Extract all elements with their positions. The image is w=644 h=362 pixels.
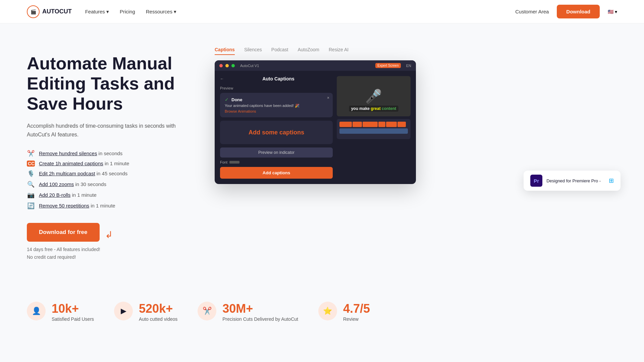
stat-videos-label: Auto cutted videos xyxy=(139,316,177,322)
nav-right: Customer Area Download 🇺🇸 ▾ xyxy=(515,5,617,18)
tab-autozoom[interactable]: AutoZoom xyxy=(298,47,319,55)
hero-right: Captions Silences Podcast AutoZoom Resiz… xyxy=(215,47,617,184)
dot-green xyxy=(231,64,235,67)
feature-link-brolls[interactable]: Add 20 B-rolls xyxy=(39,192,70,198)
font-row: Font xyxy=(220,160,333,164)
list-item: ✂️ Remove hundred silences in seconds xyxy=(27,150,195,157)
done-title: Done xyxy=(231,97,243,102)
stats-section: 👤 10k+ Satisfied Paid Users ▶ 520k+ Auto… xyxy=(0,282,644,335)
logo[interactable]: 🎬 AUTOCUT xyxy=(27,5,72,18)
badge-text: Designed for Premiere Pro - xyxy=(546,178,601,183)
list-item: CC Create 1h animated captions in 1 minu… xyxy=(27,161,195,167)
stat-users-label: Satisfied Paid Users xyxy=(52,316,94,322)
list-item: 🎙️ Edit 2h multicam podcast in 45 second… xyxy=(27,170,195,177)
dot-yellow xyxy=(225,64,229,67)
feature-link-podcast[interactable]: Edit 2h multicam podcast xyxy=(39,171,95,176)
cta-note-2: No credit card required! xyxy=(27,253,195,261)
track-block xyxy=(386,122,397,127)
stat-users-icon: 👤 xyxy=(27,302,46,320)
stat-review-label: Review xyxy=(343,316,370,322)
repeat-icon: 🔄 xyxy=(27,202,35,209)
list-item: 🔄 Remove 50 repetitions in 1 minute xyxy=(27,202,195,209)
download-free-button[interactable]: Download for free xyxy=(27,223,100,242)
browse-animations-link[interactable]: Browse Animations xyxy=(225,109,328,113)
cta-notes: 14 days free - All features included! No… xyxy=(27,246,195,262)
list-item: 🔍 Add 100 zooms in 30 seconds xyxy=(27,181,195,188)
stat-review-info: 4.7/5 Review xyxy=(343,302,370,322)
video-timeline xyxy=(337,119,411,139)
stat-videos: ▶ 520k+ Auto cutted videos xyxy=(114,302,177,322)
feature-link-silences[interactable]: Remove hundred silences xyxy=(39,150,97,156)
feature-plain: in 1 minute xyxy=(70,192,97,198)
hero-subtitle: Accomplish hundreds of time-consuming ta… xyxy=(27,122,195,139)
hero-title: Automate Manual Editing Tasks and Save H… xyxy=(27,54,195,114)
track-block xyxy=(339,128,408,134)
preview-container: AutoCut V1 Expert Screen EN ← Auto Capti… xyxy=(215,60,617,184)
stat-videos-value: 520k+ xyxy=(139,302,177,316)
mockup-left-panel: ← Auto Captions Preview ✓ Done × xyxy=(220,76,333,179)
stat-videos-info: 520k+ Auto cutted videos xyxy=(139,302,177,322)
tab-podcast[interactable]: Podcast xyxy=(271,47,288,55)
cc-icon: CC xyxy=(27,161,35,167)
hero-left: Automate Manual Editing Tasks and Save H… xyxy=(27,47,195,261)
close-icon[interactable]: × xyxy=(327,96,329,100)
nav-download-button[interactable]: Download xyxy=(557,5,600,18)
font-label: Font xyxy=(220,160,227,164)
feature-plain: in 30 seconds xyxy=(74,181,106,187)
check-icon: ✓ xyxy=(225,97,229,102)
add-captions-button[interactable]: Add captions xyxy=(220,167,333,179)
preview-label: Preview xyxy=(220,86,333,90)
nav-left: 🎬 AUTOCUT Features ▾ Pricing Ressources … xyxy=(27,5,176,18)
app-title: AutoCut V1 xyxy=(240,64,259,68)
track-block xyxy=(353,122,362,127)
stat-cuts: ✂️ 30M+ Precision Cuts Delivered by Auto… xyxy=(198,302,298,322)
chevron-down-icon: ▾ xyxy=(106,9,109,15)
stat-users-value: 10k+ xyxy=(52,302,94,316)
premiere-pro-badge: Pr Designed for Premiere Pro - ⊞ xyxy=(524,171,621,191)
word-great: great xyxy=(371,106,380,111)
feature-link-repetitions[interactable]: Remove 50 repetitions xyxy=(39,203,89,208)
feature-link-captions[interactable]: Create 1h animated captions xyxy=(39,161,103,166)
panel-title: Auto Captions xyxy=(262,76,294,81)
video-thumbnail: 🎤 you make great content xyxy=(337,76,411,116)
scissors-icon: ✂️ xyxy=(27,150,35,157)
done-card: ✓ Done × Your animated captions have bee… xyxy=(220,93,333,117)
preview-button[interactable]: Preview on indicator xyxy=(220,147,333,158)
nav-features[interactable]: Features ▾ xyxy=(85,9,109,15)
logo-text: AUTOCUT xyxy=(42,8,72,15)
customer-area-link[interactable]: Customer Area xyxy=(515,9,549,14)
timeline-track-blue xyxy=(339,128,408,134)
track-block xyxy=(397,122,406,127)
play-icon: ▶ xyxy=(121,307,126,315)
dot-red xyxy=(219,64,223,67)
mic-icon: 🎙️ xyxy=(27,170,35,177)
done-message: Your animated captions have been added! … xyxy=(225,104,328,108)
tab-silences[interactable]: Silences xyxy=(244,47,262,55)
cta-row: Download for free ↲ xyxy=(27,223,195,242)
track-block xyxy=(378,122,385,127)
done-header: ✓ Done xyxy=(225,97,328,102)
tab-captions[interactable]: Captions xyxy=(215,47,235,55)
stat-review: ⭐ 4.7/5 Review xyxy=(318,302,370,322)
caption-overlay: you make great content xyxy=(349,106,398,112)
chevron-down-icon: ▾ xyxy=(615,9,617,14)
track-block xyxy=(363,122,378,127)
feature-plain: in 1 minute xyxy=(89,203,115,208)
lang-selector[interactable]: 🇺🇸 ▾ xyxy=(608,9,617,14)
app-mockup: AutoCut V1 Expert Screen EN ← Auto Capti… xyxy=(215,60,416,184)
person-icon: 🎤 xyxy=(365,88,382,104)
zoom-icon: 🔍 xyxy=(27,181,35,188)
stat-review-value: 4.7/5 xyxy=(343,302,370,316)
font-indicator xyxy=(229,161,239,164)
feature-link-zoom[interactable]: Add 100 zooms xyxy=(39,181,74,187)
tab-resize-ai[interactable]: Resize AI xyxy=(329,47,348,55)
arrow-icon: ↲ xyxy=(105,229,113,240)
stat-cuts-label: Precision Cuts Delivered by AutoCut xyxy=(222,316,298,322)
stat-users-info: 10k+ Satisfied Paid Users xyxy=(52,302,94,322)
cta-area: Download for free ↲ 14 days free - All f… xyxy=(27,223,195,262)
nav-ressources[interactable]: Ressources ▾ xyxy=(146,9,176,15)
cta-note-1: 14 days free - All features included! xyxy=(27,246,195,254)
navbar: 🎬 AUTOCUT Features ▾ Pricing Ressources … xyxy=(0,0,644,23)
nav-pricing[interactable]: Pricing xyxy=(120,9,135,14)
caption-area: Add some captions xyxy=(220,121,333,144)
